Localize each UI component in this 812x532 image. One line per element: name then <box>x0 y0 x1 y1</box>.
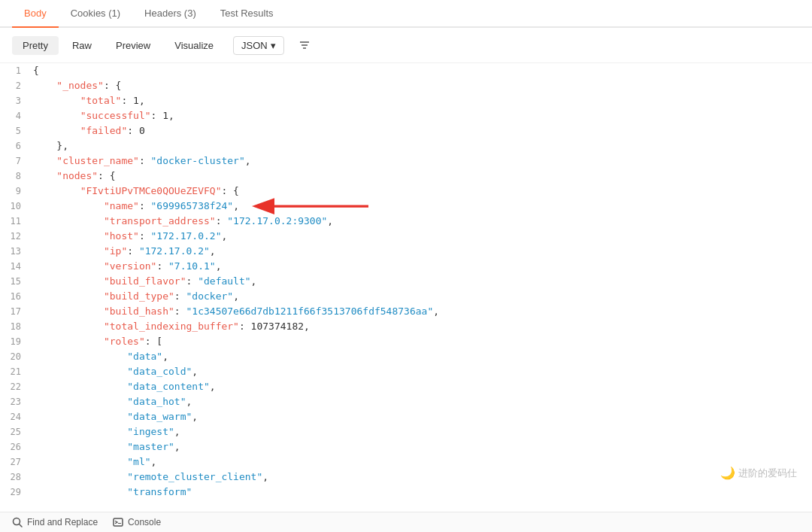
console-label: Console <box>128 517 161 527</box>
line-number: 5 <box>0 123 30 138</box>
line-number: 18 <box>0 319 30 334</box>
table-row: 16 "build_type": "docker", <box>0 289 812 304</box>
line-number: 21 <box>0 364 30 379</box>
table-row: 14 "version": "7.10.1", <box>0 259 812 274</box>
line-number: 3 <box>0 93 30 108</box>
line-code: "data_warm", <box>30 409 812 424</box>
line-code: "_nodes": { <box>30 78 812 93</box>
table-row: 6 }, <box>0 138 812 154</box>
line-number: 27 <box>0 454 30 470</box>
tab-cookies[interactable]: Cookies (1) <box>59 0 132 28</box>
line-code: "roles": [ <box>30 334 812 349</box>
table-row: 3 "total": 1, <box>0 93 812 108</box>
line-code: }, <box>30 138 812 154</box>
line-number: 7 <box>0 154 30 169</box>
line-number: 9 <box>0 184 30 199</box>
line-code: "transport_address": "172.17.0.2:9300", <box>30 214 812 229</box>
search-icon <box>12 517 23 527</box>
line-code: "name": "699965738f24", <box>30 199 812 214</box>
filter-icon <box>298 39 311 51</box>
table-row: 15 "build_flavor": "default", <box>0 274 812 289</box>
line-number: 22 <box>0 379 30 394</box>
raw-button[interactable]: Raw <box>62 36 102 55</box>
type-dropdown[interactable]: JSON ▾ <box>233 36 284 55</box>
line-code: "successful": 1, <box>30 108 812 123</box>
table-row: 8 "nodes": { <box>0 169 812 184</box>
table-row: 21 "data_cold", <box>0 364 812 379</box>
line-number: 15 <box>0 274 30 289</box>
svg-rect-7 <box>114 518 123 526</box>
code-content[interactable]: 1 { 2 "_nodes": { 3 "total": 1, 4 <box>0 63 812 512</box>
svg-line-6 <box>20 524 23 527</box>
table-row: 13 "ip": "172.17.0.2", <box>0 244 812 259</box>
table-row: 1 { <box>0 63 812 78</box>
line-number: 10 <box>0 199 30 214</box>
line-code: "ip": "172.17.0.2", <box>30 244 812 259</box>
tab-test-results[interactable]: Test Results <box>208 0 286 28</box>
visualize-button[interactable]: Visualize <box>164 36 224 55</box>
line-code: "failed": 0 <box>30 123 812 138</box>
table-row: 23 "data_hot", <box>0 394 812 409</box>
line-code: "total_indexing_buffer": 107374182, <box>30 319 812 334</box>
line-code: "ml", <box>30 454 812 470</box>
table-row: 10 "name": "699965738f24", <box>0 199 812 214</box>
line-number: 8 <box>0 169 30 184</box>
code-area: 1 { 2 "_nodes": { 3 "total": 1, 4 <box>0 63 812 512</box>
line-code: "data", <box>30 349 812 364</box>
bottom-bar: Find and Replace Console <box>0 512 812 532</box>
code-table: 1 { 2 "_nodes": { 3 "total": 1, 4 <box>0 63 812 500</box>
table-row: 26 "master", <box>0 439 812 454</box>
table-row: 7 "cluster_name": "docker-cluster", <box>0 154 812 169</box>
table-row: 19 "roles": [ <box>0 334 812 349</box>
line-number: 19 <box>0 334 30 349</box>
preview-button[interactable]: Preview <box>105 36 161 55</box>
table-row: 29 "transform" <box>0 485 812 500</box>
toolbar: Pretty Raw Preview Visualize JSON ▾ <box>0 28 812 63</box>
line-number: 1 <box>0 63 30 78</box>
line-code: "data_content", <box>30 379 812 394</box>
line-number: 20 <box>0 349 30 364</box>
line-number: 13 <box>0 244 30 259</box>
table-row: 25 "ingest", <box>0 424 812 439</box>
table-row: 2 "_nodes": { <box>0 78 812 93</box>
find-replace-label: Find and Replace <box>27 517 98 527</box>
line-code: "version": "7.10.1", <box>30 259 812 274</box>
line-number: 17 <box>0 304 30 319</box>
line-code: "remote_cluster_client", <box>30 470 812 485</box>
table-row: 9 "FIvtiUPvTMCe0QOUeZEVFQ": { <box>0 184 812 199</box>
table-row: 11 "transport_address": "172.17.0.2:9300… <box>0 214 812 229</box>
line-code: "build_flavor": "default", <box>30 274 812 289</box>
pretty-button[interactable]: Pretty <box>12 36 59 55</box>
line-code: "build_hash": "1c34507e66d7db1211f66f351… <box>30 304 812 319</box>
line-number: 2 <box>0 78 30 93</box>
line-code: "host": "172.17.0.2", <box>30 229 812 244</box>
terminal-icon <box>113 517 123 527</box>
table-row: 12 "host": "172.17.0.2", <box>0 229 812 244</box>
line-number: 11 <box>0 214 30 229</box>
line-number: 14 <box>0 259 30 274</box>
find-replace-button[interactable]: Find and Replace <box>12 517 98 527</box>
line-number: 25 <box>0 424 30 439</box>
tab-body[interactable]: Body <box>12 0 59 28</box>
line-code: "total": 1, <box>30 93 812 108</box>
line-number: 28 <box>0 470 30 485</box>
line-code: { <box>30 63 812 78</box>
table-row: 4 "successful": 1, <box>0 108 812 123</box>
type-dropdown-label: JSON <box>241 40 268 51</box>
tab-headers[interactable]: Headers (3) <box>132 0 208 28</box>
table-row: 27 "ml", <box>0 454 812 470</box>
line-number: 24 <box>0 409 30 424</box>
table-row: 22 "data_content", <box>0 379 812 394</box>
line-code: "data_cold", <box>30 364 812 379</box>
table-row: 5 "failed": 0 <box>0 123 812 138</box>
tab-bar: Body Cookies (1) Headers (3) Test Result… <box>0 0 812 28</box>
filter-button[interactable] <box>293 34 316 56</box>
line-code: "build_type": "docker", <box>30 289 812 304</box>
console-button[interactable]: Console <box>113 517 161 527</box>
line-code: "nodes": { <box>30 169 812 184</box>
line-code: "data_hot", <box>30 394 812 409</box>
line-number: 23 <box>0 394 30 409</box>
table-row: 24 "data_warm", <box>0 409 812 424</box>
line-number: 12 <box>0 229 30 244</box>
line-number: 16 <box>0 289 30 304</box>
